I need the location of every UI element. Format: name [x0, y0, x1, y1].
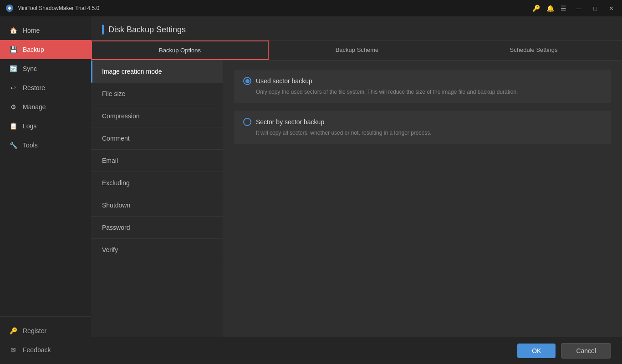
tools-icon: 🔧	[9, 141, 17, 149]
bell-icon[interactable]: 🔔	[546, 5, 554, 12]
page-title: Disk Backup Settings	[108, 25, 186, 35]
tab-bar: Backup OptionsBackup SchemeSchedule Sett…	[91, 40, 622, 61]
close-button[interactable]: ✕	[606, 4, 617, 13]
app-title: MiniTool ShadowMaker Trial 4.5.0	[17, 5, 99, 11]
titlebar-right: 🔑 🔔 ☰ — □ ✕	[532, 4, 617, 13]
sidebar-bottom: 🔑 Register ✉ Feedback	[0, 316, 91, 364]
radio-circle-sector-by-sector[interactable]	[243, 118, 251, 126]
sidebar-label-register: Register	[23, 327, 46, 334]
maximize-button[interactable]: □	[591, 4, 600, 13]
sidebar-item-sync[interactable]: 🔄 Sync	[0, 59, 91, 78]
ok-button[interactable]: OK	[517, 344, 556, 358]
option-item-verify[interactable]: Verify	[91, 239, 223, 261]
sidebar-label-manage: Manage	[23, 103, 46, 111]
sidebar-label-sync: Sync	[23, 65, 37, 72]
minimize-button[interactable]: —	[573, 4, 584, 13]
header-accent-bar	[102, 25, 104, 35]
restore-icon: ↩	[9, 84, 17, 92]
sidebar-item-backup[interactable]: 💾 Backup	[0, 40, 91, 59]
app-logo	[5, 4, 14, 12]
sidebar-item-register[interactable]: 🔑 Register	[0, 321, 91, 340]
option-item-comment[interactable]: Comment	[91, 127, 223, 150]
titlebar: MiniTool ShadowMaker Trial 4.5.0 🔑 🔔 ☰ —…	[0, 0, 622, 16]
option-item-excluding[interactable]: Excluding	[91, 172, 223, 194]
footer: OK Cancel	[91, 337, 622, 364]
sidebar-item-manage[interactable]: ⚙ Manage	[0, 97, 91, 116]
content-area: Disk Backup Settings Backup OptionsBacku…	[91, 16, 622, 364]
sidebar-label-backup: Backup	[23, 46, 44, 53]
option-item-shutdown[interactable]: Shutdown	[91, 194, 223, 217]
radio-card-sector-by-sector[interactable]: Sector by sector backup It will copy all…	[234, 111, 611, 144]
option-item-compression[interactable]: Compression	[91, 105, 223, 127]
sidebar-label-tools: Tools	[23, 142, 38, 149]
sidebar-label-feedback: Feedback	[23, 346, 51, 354]
tab-schedule-settings[interactable]: Schedule Settings	[445, 40, 622, 60]
sync-icon: 🔄	[9, 65, 17, 73]
backup-icon: 💾	[9, 46, 17, 54]
option-item-file-size[interactable]: File size	[91, 83, 223, 105]
titlebar-left: MiniTool ShadowMaker Trial 4.5.0	[5, 4, 99, 12]
option-item-email[interactable]: Email	[91, 150, 223, 172]
radio-label-sector-by-sector: Sector by sector backup	[256, 118, 324, 126]
radio-card-used-sector[interactable]: Used sector backup Only copy the used se…	[234, 70, 611, 103]
sidebar-item-logs[interactable]: 📋 Logs	[0, 116, 91, 136]
sidebar-label-restore: Restore	[23, 84, 45, 91]
sidebar-item-feedback[interactable]: ✉ Feedback	[0, 340, 91, 359]
option-content: Used sector backup Only copy the used se…	[223, 61, 622, 337]
logs-icon: 📋	[9, 122, 17, 130]
sidebar-item-tools[interactable]: 🔧 Tools	[0, 136, 91, 155]
radio-row-used-sector: Used sector backup	[243, 77, 602, 85]
sidebar-label-home: Home	[23, 27, 40, 34]
option-item-password[interactable]: Password	[91, 217, 223, 239]
manage-icon: ⚙	[9, 103, 17, 111]
home-icon: 🏠	[9, 26, 17, 35]
page-header: Disk Backup Settings	[91, 16, 622, 40]
option-item-image-creation-mode[interactable]: Image creation mode	[91, 61, 223, 83]
sidebar-item-restore[interactable]: ↩ Restore	[0, 78, 91, 97]
cancel-button[interactable]: Cancel	[561, 343, 611, 359]
sidebar-item-home[interactable]: 🏠 Home	[0, 21, 91, 40]
radio-desc-used-sector: Only copy the used sectors of the file s…	[256, 88, 602, 96]
tab-backup-options[interactable]: Backup Options	[91, 40, 269, 60]
sidebar-nav: 🏠 Home 💾 Backup 🔄 Sync ↩ Restore ⚙ Manag…	[0, 21, 91, 316]
radio-desc-sector-by-sector: It will copy all sectors, whether used o…	[256, 129, 602, 137]
main-panel: Image creation modeFile sizeCompressionC…	[91, 61, 622, 337]
key-icon[interactable]: 🔑	[532, 5, 540, 12]
radio-row-sector-by-sector: Sector by sector backup	[243, 118, 602, 126]
app-body: 🏠 Home 💾 Backup 🔄 Sync ↩ Restore ⚙ Manag…	[0, 16, 622, 364]
tab-backup-scheme[interactable]: Backup Scheme	[269, 40, 445, 60]
menu-icon[interactable]: ☰	[561, 5, 566, 12]
feedback-icon: ✉	[9, 346, 17, 354]
sidebar: 🏠 Home 💾 Backup 🔄 Sync ↩ Restore ⚙ Manag…	[0, 16, 91, 364]
options-list: Image creation modeFile sizeCompressionC…	[91, 61, 223, 337]
radio-circle-used-sector[interactable]	[243, 77, 251, 85]
register-icon: 🔑	[9, 327, 17, 335]
sidebar-label-logs: Logs	[23, 122, 36, 130]
radio-label-used-sector: Used sector backup	[256, 77, 312, 85]
